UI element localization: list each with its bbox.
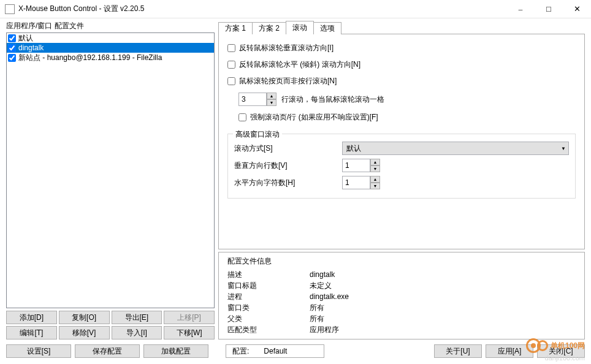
config-combo[interactable]: 配置: Default [226, 344, 324, 358]
profile-checkbox[interactable] [8, 54, 16, 62]
close-dialog-button[interactable]: 关闭[C] [537, 344, 585, 358]
spin-up-icon[interactable]: ▲ [370, 159, 380, 165]
info-title: 配置文件信息 [227, 256, 576, 267]
spin-up-icon[interactable]: ▲ [370, 176, 380, 183]
horizontal-chars-input[interactable] [342, 176, 370, 189]
page-scroll-checkbox[interactable] [227, 77, 235, 85]
profile-item[interactable]: 新站点 - huangbo@192.168.1.199 - FileZilla [7, 53, 214, 63]
force-checkbox[interactable] [238, 113, 246, 121]
scroll-method-combo[interactable]: 默认▼ [342, 142, 569, 155]
settings-button[interactable]: 设置[S] [6, 344, 71, 358]
force-label: 强制滚动页/行 (如果应用不响应设置)[F] [250, 112, 378, 123]
profile-list[interactable]: 默认 dingtalk 新站点 - huangbo@192.168.1.199 … [6, 32, 215, 308]
about-button[interactable]: 关于[U] [434, 344, 482, 358]
profile-item[interactable]: dingtalk [7, 43, 214, 53]
title-bar: X-Mouse Button Control - 设置 v2.20.5 – □ … [0, 0, 591, 18]
spin-down-icon[interactable]: ▼ [370, 183, 380, 189]
config-label: 配置: [232, 346, 249, 357]
profile-item[interactable]: 默认 [7, 33, 214, 43]
reverse-vertical-checkbox[interactable] [227, 44, 235, 52]
info-key: 窗口类 [227, 303, 310, 313]
save-config-button[interactable]: 保存配置 [75, 344, 140, 358]
add-button[interactable]: 添加[D] [6, 311, 57, 324]
info-key: 父类 [227, 314, 310, 324]
lines-label: 行滚动，每当鼠标滚轮滚动一格 [281, 94, 384, 105]
profile-checkbox[interactable] [8, 34, 16, 42]
vertical-lines-label: 垂直方向行数[V] [234, 161, 342, 171]
info-key: 描述 [227, 270, 310, 280]
tab-content: 反转鼠标滚轮垂直滚动方向[I] 反转鼠标滚轮水平 (倾斜) 滚动方向[N] 鼠标… [218, 34, 585, 249]
info-value: dingtalk.exe [310, 292, 349, 301]
config-value: Default [264, 347, 287, 355]
remove-button[interactable]: 移除[V] [59, 326, 110, 339]
close-button[interactable]: ✕ [563, 0, 591, 18]
profile-checkbox[interactable] [8, 44, 16, 52]
profile-label: 默认 [18, 33, 33, 44]
move-down-button[interactable]: 下移[W] [164, 326, 215, 339]
profile-label: dingtalk [18, 44, 44, 52]
info-value: 应用程序 [310, 325, 339, 335]
tab-layer2[interactable]: 方案 2 [252, 22, 286, 34]
spin-down-icon[interactable]: ▼ [370, 165, 380, 172]
info-value: 未定义 [310, 281, 332, 291]
export-button[interactable]: 导出[E] [112, 311, 162, 324]
spin-down-icon[interactable]: ▼ [267, 99, 276, 106]
apply-button[interactable]: 应用[A] [486, 344, 533, 358]
profiles-label: 应用程序/窗口 配置文件 [6, 21, 215, 31]
profile-info: 配置文件信息 描述dingtalk 窗口标题未定义 进程dingtalk.exe… [218, 252, 585, 339]
reverse-vertical-label: 反转鼠标滚轮垂直滚动方向[I] [239, 43, 334, 53]
reverse-horizontal-checkbox[interactable] [227, 61, 235, 69]
tab-scroll[interactable]: 滚动 [286, 21, 314, 34]
advanced-legend: 高级窗口滚动 [233, 129, 282, 140]
page-scroll-label: 鼠标滚轮按页而非按行滚动[N] [239, 76, 337, 86]
spin-up-icon[interactable]: ▲ [267, 93, 276, 99]
tab-layer1[interactable]: 方案 1 [218, 22, 253, 34]
tab-options[interactable]: 选项 [313, 22, 341, 34]
info-key: 匹配类型 [227, 325, 310, 335]
info-value: dingtalk [310, 270, 335, 279]
lines-input[interactable] [238, 93, 267, 106]
app-icon [5, 4, 15, 14]
chevron-down-icon: ▼ [561, 146, 566, 151]
import-button[interactable]: 导入[I] [112, 326, 162, 339]
advanced-scroll-group: 高级窗口滚动 滚动方式[S] 默认▼ 垂直方向行数[V] ▲▼ 水平方向字符数[… [227, 134, 576, 199]
profile-label: 新站点 - huangbo@192.168.1.199 - FileZilla [18, 53, 162, 63]
info-key: 进程 [227, 292, 310, 302]
load-config-button[interactable]: 加载配置 [143, 344, 208, 358]
edit-button[interactable]: 编辑[T] [6, 326, 57, 339]
reverse-horizontal-label: 反转鼠标滚轮水平 (倾斜) 滚动方向[N] [239, 59, 360, 70]
minimize-button[interactable]: – [506, 0, 535, 18]
info-value: 所有 [310, 314, 324, 324]
scroll-method-label: 滚动方式[S] [234, 143, 342, 154]
move-up-button[interactable]: 上移[P] [164, 311, 215, 324]
window-title: X-Mouse Button Control - 设置 v2.20.5 [18, 4, 506, 14]
info-value: 所有 [310, 303, 324, 313]
maximize-button[interactable]: □ [535, 0, 563, 18]
info-key: 窗口标题 [227, 281, 310, 291]
vertical-lines-input[interactable] [342, 159, 370, 172]
horizontal-chars-label: 水平方向字符数[H] [234, 178, 342, 188]
copy-button[interactable]: 复制[O] [59, 311, 110, 324]
